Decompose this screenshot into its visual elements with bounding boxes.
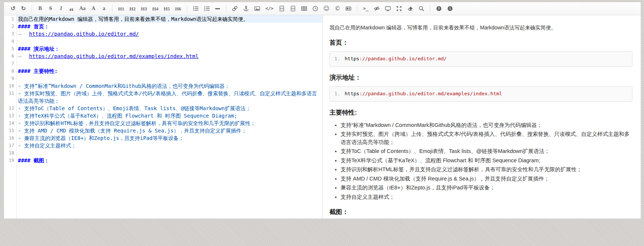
editor-line-text: - 支持 AMD / CMD 模块化加载（支持 Require.js & Sea… [16,127,322,134]
editor-line[interactable]: 16- 兼容主流的浏览器（IE8+）和Zepto.js，且支持iPad等平板设备… [4,134,322,142]
redo-icon: ↻ [21,6,26,12]
text-segment: 我自己在用的Markdown 编辑器，写博客用，目前来看效果不错，Markdow… [18,16,248,22]
toolbar-divider [430,5,430,12]
editor-line[interactable]: 2#### 首页： [4,23,322,30]
pagebreak-button[interactable] [344,4,353,13]
line-number: 6 [4,52,16,60]
code-button[interactable]: </> [264,4,275,13]
editor-line[interactable]: 14- 支持识别和解析HTML标签，并且支持自定义过滤标签解析，具有可靠的安全性… [4,119,322,127]
text-segment: - 支持自定义主题样式； [18,143,76,148]
editor-line[interactable]: 17- 支持自定义主题样式； [4,142,322,149]
editor-line[interactable]: 5#### 演示地址： [4,45,322,52]
h5-icon: H5 [164,6,170,11]
editor-line[interactable]: 12- 支持ToC（Table of Contents）、Emoji表情、Tas… [4,105,322,112]
editor-line[interactable]: 4 [4,38,322,45]
line-number: 5 [4,45,16,52]
bold-button[interactable]: B [36,4,45,13]
table-button[interactable] [299,4,309,13]
editor-line[interactable]: 10- 支持“标准”Markdown / CommonMark和Github风格… [4,82,322,90]
strikethrough-button[interactable]: S [46,4,55,13]
reference-link-button[interactable] [241,4,251,13]
preformatted-text-button[interactable] [277,4,287,13]
editor-line-text: ⟶https://pandao.github.io/editor.md/exam… [16,52,322,60]
list-item: 兼容主流的浏览器（IE8+）和Zepto.js，且支持iPad等平板设备； [341,184,632,192]
uppercase-icon: A [92,6,95,11]
editor-line-text: ⟶https://pandao.github.io/editor.md/ [16,30,322,38]
code-line-number: 1. [334,55,340,63]
fullscreen-icon [396,6,402,12]
goto-line-button[interactable]: >_ [361,4,370,13]
url-scheme-text: https [345,91,359,96]
line-number: 15 [4,127,16,134]
line-number: 2 [4,23,16,30]
text-segment: - 支持实时预览、图片（跨域）上传、预格式式文本/代码/表格插入、代码折叠、搜索… [18,90,317,104]
toolbar-divider [112,5,112,12]
h3-button[interactable]: H3 [139,4,149,13]
link-button[interactable] [230,4,240,13]
h4-button[interactable]: H4 [150,4,160,13]
editor-line[interactable]: 11- 支持实时预览、图片（跨域）上传、预格式式文本/代码/表格插入、代码折叠、… [4,90,322,105]
toolbar-divider [187,5,187,12]
quote-button[interactable]: “ [67,4,76,13]
h2-button[interactable]: H2 [128,4,138,13]
h6-button[interactable]: H6 [173,4,183,13]
clear-button[interactable] [405,4,415,13]
info-button[interactable] [445,4,455,13]
text-segment: - 支持 AMD / CMD 模块化加载（支持 Require.js & Sea… [18,128,246,134]
help-icon [436,6,442,12]
datetime-button[interactable] [310,4,320,13]
markdown-source-editor[interactable]: 1我自己在用的Markdown 编辑器，写博客用，目前来看效果不错，Markdo… [4,15,322,218]
editor-line[interactable]: 1我自己在用的Markdown 编辑器，写博客用，目前来看效果不错，Markdo… [4,15,322,23]
uppercase-button[interactable]: A [89,4,98,13]
preview-paragraph: 我自己在用的Markdown 编辑器，写博客用，目前来看效果不错，Markdow… [329,23,632,32]
editor-line[interactable]: 3⟶https://pandao.github.io/editor.md/ [4,30,322,38]
list-ol-button[interactable] [202,4,212,13]
preview-button[interactable] [383,4,393,13]
fullscreen-button[interactable] [394,4,404,13]
editor-line-text: #### 主要特性: [16,67,322,75]
help-button[interactable] [434,4,444,13]
editor-line-text: - 兼容主流的浏览器（IE8+）和Zepto.js，且支持iPad等平板设备； [16,134,322,142]
undo-button[interactable]: ↺ [9,4,17,13]
italic-button[interactable]: I [57,4,66,13]
html-entities-button[interactable]: © [333,4,342,13]
text-segment: #### 主要特性: [18,68,58,74]
watch-button[interactable] [372,4,382,13]
info-icon [447,6,453,12]
editor-line-text: #### 首页： [16,23,322,30]
image-button[interactable] [252,4,262,13]
clear-icon [407,6,413,12]
redo-button[interactable]: ↻ [19,4,28,13]
bold-icon: B [38,6,42,11]
emoji-icon: ☺ [323,6,330,12]
html-entities-icon: © [335,6,340,12]
search-button[interactable] [417,4,426,13]
ucwords-icon: Aa [79,6,86,11]
code-icon: </> [265,6,274,11]
editor-line[interactable]: 7 [4,60,322,67]
lowercase-button[interactable]: a [99,4,108,13]
editor-line[interactable]: 9 [4,75,322,82]
editor-body: 1我自己在用的Markdown 编辑器，写博客用，目前来看效果不错，Markdo… [4,15,641,218]
editor-line-text: 我自己在用的Markdown 编辑器，写博客用，目前来看效果不错，Markdow… [16,15,322,23]
editor-line[interactable]: 18 [4,149,322,157]
preview-pane[interactable]: 我自己在用的Markdown 编辑器，写博客用，目前来看效果不错，Markdow… [322,15,641,218]
quote-icon: “ [69,10,74,12]
code-block-button[interactable] [288,4,298,13]
editor-line[interactable]: 13- 支持TeX科学公式（基于KaTeX）、流程图 Flowchart 和 时… [4,112,322,119]
emoji-button[interactable]: ☺ [322,4,332,13]
toolbar: ↺↻BSI“AaAaH1H2H3H4H5H6</>☺©>_ [4,2,641,15]
editor-line-text: #### 截图： [16,157,322,164]
preview-heading: 演示地址： [329,73,632,82]
h5-button[interactable]: H5 [162,4,172,13]
editor-line[interactable]: 8#### 主要特性: [4,67,322,75]
h1-button[interactable]: H1 [116,4,126,13]
horizontal-rule-button[interactable] [213,4,222,13]
editor-line[interactable]: 15- 支持 AMD / CMD 模块化加载（支持 Require.js & S… [4,127,322,134]
line-number: 13 [4,112,16,119]
editor-line[interactable]: 6⟶https://pandao.github.io/editor.md/exa… [4,52,322,60]
list-item: 支持自定义主题样式； [341,193,632,201]
editor-line[interactable]: 19#### 截图： [4,157,322,164]
list-ul-button[interactable] [191,4,201,13]
ucwords-button[interactable]: Aa [77,4,87,13]
